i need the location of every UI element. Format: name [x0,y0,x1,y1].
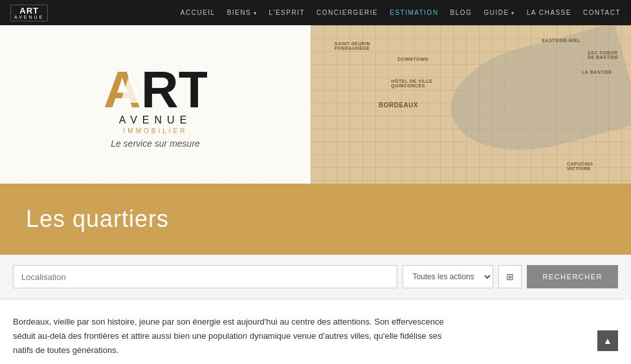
search-section: Toutes les actions Acheter Louer Vendre … [0,255,631,299]
hero-logo-immobilier: IMMOBILIER [124,127,188,134]
svg-text:A: A [104,61,141,112]
nav-guide[interactable]: GUIDE [483,9,515,16]
search-input[interactable] [13,265,397,288]
scroll-top-button[interactable]: ▲ [597,330,618,351]
nav-estimation[interactable]: ESTIMATION [390,9,438,16]
hero-logo-art: A RT [104,61,207,120]
nav-biens[interactable]: BIENS [227,9,258,16]
nav-la-chasse[interactable]: LA CHASSE [527,9,571,16]
nav-accueil[interactable]: ACCUEIL [181,9,216,16]
svg-text:RT: RT [141,61,207,112]
content-section: Bordeaux, vieille par son histoire, jeun… [0,299,631,364]
main-nav: ART AVENUE ACCUEIL BIENS L'ESPRIT CONCIE… [0,0,631,25]
logo-avenue-text: AVENUE [14,15,44,19]
search-button[interactable]: RECHERCHER [527,265,618,288]
nav-blog[interactable]: BLOG [450,9,472,16]
nav-contact[interactable]: CONTACT [583,9,621,16]
logo-art-text: ART [19,6,39,15]
search-select[interactable]: Toutes les actions Acheter Louer Vendre [403,265,493,288]
page-title: Les quartiers [26,206,169,233]
hero-logo-panel: A RT AVENUE IMMOBILIER Le service sur me… [0,25,311,184]
hero-section: SAINT-SEURINFONDAUDÈGE DOWNTOWN EASTSIDE… [0,25,631,184]
scroll-top-icon: ▲ [603,336,612,346]
nav-logo[interactable]: ART AVENUE [10,5,48,21]
nav-conciergerie[interactable]: CONCIERGERIE [316,9,378,16]
hero-logo-tagline: Le service sur mesure [111,138,200,149]
nav-esprit[interactable]: L'ESPRIT [269,9,305,16]
grid-view-button[interactable]: ⊞ [498,265,522,288]
intro-paragraph: Bordeaux, vieille par son histoire, jeun… [13,315,453,358]
nav-links: ACCUEIL BIENS L'ESPRIT CONCIERGERIE ESTI… [181,9,621,16]
grid-icon: ⊞ [506,272,514,282]
logo-art-svg: A RT [104,61,207,112]
orange-banner: Les quartiers [0,184,631,255]
